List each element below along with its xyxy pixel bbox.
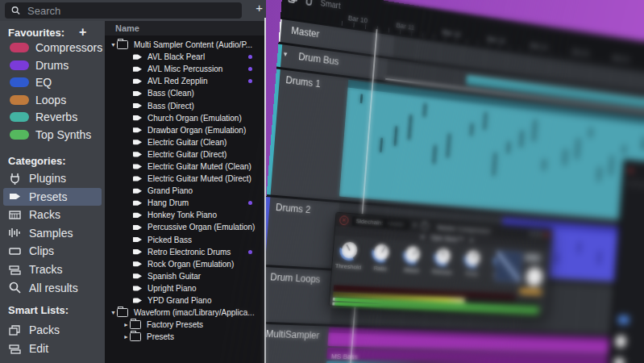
preset-tag-icon: [133, 200, 142, 207]
sidebar-item-plugins[interactable]: Plugins: [0, 169, 105, 187]
tree-folder-waveform-imac-library-applica-[interactable]: ▼Waveform (imac/Library/Applica...: [105, 307, 264, 319]
tree-item-label: Electric Guitar Muted (Direct): [147, 174, 251, 183]
category-label: Clips: [29, 244, 54, 257]
preset-prev-icon[interactable]: ◀: [420, 234, 424, 240]
tree-preset-spanish-guitar[interactable]: Spanish Guitar: [105, 270, 264, 282]
sidebar-item-tracks[interactable]: Tracks: [0, 261, 105, 278]
track-header-drum-loops[interactable]: Drum Loops: [256, 267, 333, 324]
tree-preset-avl-black-pearl[interactable]: AVL Black Pearl: [105, 51, 264, 63]
track-collapse-icon[interactable]: ▼: [282, 50, 289, 58]
favourite-item-top-synths[interactable]: Top Synths: [0, 126, 105, 144]
tree-preset-church-organ-emulation-[interactable]: Church Organ (Emulation): [105, 112, 264, 124]
panel-splitter[interactable]: [264, 18, 266, 363]
app-window: + Favourites: + CompressorsDrumsEQLoopsR…: [0, 0, 644, 363]
tree-preset-picked-bass[interactable]: Picked Bass: [105, 234, 264, 246]
tree-preset-drawbar-organ-emulation-[interactable]: Drawbar Organ (Emulation): [105, 124, 264, 136]
bypass-power-icon[interactable]: [421, 222, 429, 231]
chevron-down-icon[interactable]: ▼: [110, 310, 117, 315]
makeup-gain-knob[interactable]: [524, 265, 545, 288]
tree-preset-hang-drum[interactable]: Hang Drum: [105, 197, 264, 209]
favourites-add-button[interactable]: +: [79, 25, 86, 40]
window-close-button[interactable]: [545, 232, 549, 237]
chevron-down-icon[interactable]: ▼: [110, 42, 117, 48]
tree-preset-honkey-tonk-piano[interactable]: Honkey Tonk Piano: [105, 209, 264, 221]
preset-tag-icon: [133, 102, 142, 109]
sidebar-item-racks[interactable]: Racks: [0, 206, 105, 223]
smart-snap-label[interactable]: Smart: [320, 0, 341, 10]
tree-item-label: Electric Guitar (Direct): [147, 150, 226, 159]
tree-preset-electric-guitar-direct-[interactable]: Electric Guitar (Direct): [105, 148, 264, 161]
favourite-label: Drums: [35, 59, 69, 72]
tree-preset-bass-direct-[interactable]: Bass (Direct): [105, 99, 264, 111]
sidebar-item-samples[interactable]: Samples: [0, 224, 105, 242]
tree-preset-upright-piano[interactable]: Upright Piano: [105, 282, 264, 294]
tracks-icon: [8, 263, 22, 277]
preset-tag-icon: [133, 78, 142, 85]
tree-preset-percussive-organ-emulation-[interactable]: Percussive Organ (Emulation): [105, 221, 264, 233]
clear-sidechain-icon[interactable]: ✕: [412, 222, 417, 229]
tree-item-label: Hang Drum: [147, 198, 189, 207]
knob-knee[interactable]: Knee: [460, 247, 486, 277]
favourite-color-pill: [10, 60, 29, 70]
tree-preset-rock-organ-emulation-[interactable]: Rock Organ (Emulation): [105, 258, 264, 270]
magnet-icon[interactable]: [305, 0, 313, 6]
tree-preset-bass-clean-[interactable]: Bass (Clean): [105, 87, 264, 99]
tree-preset-electric-guitar-clean-[interactable]: Electric Guitar (Clean): [105, 136, 264, 148]
tree-preset-avl-misc-percussion[interactable]: AVL Misc Percussion: [105, 63, 264, 75]
preset-name[interactable]: Opto Bass™: [430, 234, 464, 244]
smart-list-item-edit[interactable]: Edit: [0, 340, 105, 357]
preset-tag-icon: [133, 115, 142, 121]
knob-threshold[interactable]: Threshold: [335, 239, 364, 271]
tree-folder-multi-sampler-content-audio-p-[interactable]: ▼Multi Sampler Content (Audio/P...: [105, 39, 264, 51]
plugin2-button[interactable]: [618, 315, 629, 324]
sidebar-item-all-results[interactable]: All results: [0, 279, 105, 297]
tree-folder-presets[interactable]: ►Presets: [105, 331, 264, 343]
window-button[interactable]: [538, 232, 542, 236]
tree-item-label: Bass (Direct): [147, 102, 194, 111]
sidebar-item-clips[interactable]: Clips: [0, 242, 105, 260]
plugin-close-icon[interactable]: ✕: [339, 215, 349, 225]
knob-attack[interactable]: Attack: [399, 243, 426, 274]
plugin2-display: [626, 179, 644, 190]
sidebar-item-presets[interactable]: Presets: [0, 188, 105, 206]
tree-folder-factory-presets[interactable]: ►Factory Presets: [105, 319, 264, 331]
midi-note: [470, 123, 473, 136]
preset-tag-icon: [133, 139, 142, 145]
tree-item-label: AVL Black Pearl: [147, 52, 205, 61]
add-button[interactable]: +: [256, 2, 263, 14]
window-button[interactable]: [530, 232, 534, 236]
preset-tag-icon: [133, 261, 142, 267]
plugin2-knob[interactable]: [613, 357, 625, 363]
browser-name-header[interactable]: Name: [105, 21, 264, 35]
search-box[interactable]: [5, 2, 242, 19]
favourite-item-eq[interactable]: EQ: [0, 73, 105, 91]
sidechain-selector[interactable]: Sidechain: <none>: [352, 216, 409, 230]
smart-list-item-packs[interactable]: Packs: [0, 321, 105, 339]
search-strip: +: [0, 0, 266, 21]
favourite-item-reverbs[interactable]: Reverbs: [0, 108, 105, 126]
search-icon: [8, 281, 22, 294]
plugin-window-buttons: [530, 232, 549, 237]
chevron-right-icon[interactable]: ►: [123, 322, 130, 328]
search-input[interactable]: [26, 4, 235, 18]
chevron-right-icon[interactable]: ►: [123, 334, 130, 340]
knob-label: Attack: [404, 266, 420, 274]
track-name: Drums 2: [276, 202, 311, 215]
preset-next-icon[interactable]: ▶: [470, 237, 474, 244]
favourite-item-compressors[interactable]: Compressors: [0, 39, 105, 56]
tree-item-label: Factory Presets: [147, 320, 203, 329]
knob-release[interactable]: Release: [430, 245, 456, 276]
tree-preset-retro-electronic-drums[interactable]: Retro Electronic Drums: [105, 246, 264, 258]
track-header-drums-2[interactable]: Drums 2: [261, 197, 339, 269]
tree-preset-electric-guitar-muted-clean-[interactable]: Electric Guitar Muted (Clean): [105, 161, 264, 173]
track-header-drums-1[interactable]: Drums 1: [267, 69, 349, 201]
tree-preset-ypd-grand-piano[interactable]: YPD Grand Piano: [105, 294, 264, 307]
favourite-item-drums[interactable]: Drums: [0, 56, 105, 74]
knob-ratio[interactable]: Ratio: [368, 241, 395, 273]
tree-preset-avl-red-zepplin[interactable]: AVL Red Zepplin: [105, 75, 264, 87]
tree-preset-grand-piano[interactable]: Grand Piano: [105, 185, 264, 197]
favourite-item-loops[interactable]: Loops: [0, 91, 105, 109]
tree-preset-electric-guitar-muted-direct-[interactable]: Electric Guitar Muted (Direct): [105, 173, 264, 185]
plugin2-knob[interactable]: [615, 335, 626, 348]
copy-icon[interactable]: [288, 0, 297, 4]
